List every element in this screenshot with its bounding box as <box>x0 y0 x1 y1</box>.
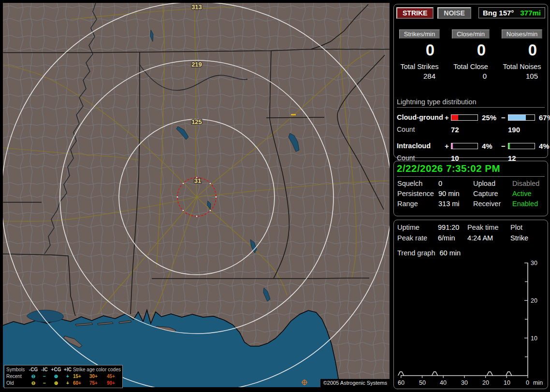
receiver-status: Enabled <box>512 200 546 208</box>
trend-graph-value: 60 min <box>439 249 461 257</box>
trend-series <box>398 372 512 376</box>
ring-label-313: 313 <box>191 3 202 11</box>
y-ticks <box>524 263 528 357</box>
upload-status: Disabled <box>512 180 546 187</box>
cg-count-label: Count <box>397 123 445 136</box>
upload-label: Upload <box>473 180 512 187</box>
ic-negative-pct: 4% <box>536 142 550 150</box>
clock-settings-box: 2/22/2026 7:35:02 PM Squelch 0 Upload Di… <box>393 161 548 216</box>
total-strikes-label: Total Strikes <box>396 63 443 70</box>
cloud-ground-label: Cloud-ground <box>397 112 445 123</box>
age-code-15: 15+ <box>73 373 89 380</box>
x-tick-60: 60 <box>398 379 405 386</box>
legend-symbols-header: Symbols <box>6 366 28 373</box>
capture-status: Active <box>512 190 546 197</box>
age-code-75: 75+ <box>89 380 107 387</box>
legend-col-neg-cg: -CG <box>28 366 39 373</box>
squelch-label: Squelch <box>397 180 438 187</box>
symbols-legend: Symbols -CG -IC +CG +IC Strike age color… <box>4 365 123 388</box>
legend-row-old-label: Old <box>6 380 28 387</box>
recent-neg-ic-icon: − <box>39 373 50 380</box>
ring-label-125: 125 <box>191 118 202 126</box>
map-canvas[interactable]: 313 219 125 31 Symbols -CG -IC +CG +IC S… <box>3 3 390 387</box>
close-per-min-value: 0 <box>447 42 494 59</box>
datetime-display: 2/22/2026 7:35:02 PM <box>397 163 545 177</box>
old-neg-cg-icon: ⊖ <box>28 380 39 387</box>
persistence-label: Persistence <box>397 190 438 197</box>
bearing-distance: 377mi <box>520 9 541 17</box>
recent-pos-ic-icon: + <box>62 373 73 380</box>
ic-minus-sign: − <box>501 142 508 150</box>
strikes-per-min-button[interactable]: Strikes/min <box>399 29 440 39</box>
total-noises-label: Total Noises <box>498 63 546 70</box>
legend-row-recent-label: Recent <box>6 373 28 380</box>
cg-positive-bar <box>451 114 478 121</box>
peak-rate-value: 6/min <box>438 234 467 242</box>
ring-label-31: 31 <box>194 177 201 184</box>
old-pos-cg-icon: ⊕ <box>50 380 62 387</box>
peak-time-value: 4:24 AM <box>467 234 510 242</box>
ic-positive-bar <box>451 143 478 149</box>
intracloud-label: Intracloud <box>397 140 445 152</box>
range-label: Range <box>397 200 438 208</box>
ic-negative-bar <box>508 143 535 149</box>
bearing-value: Bng 157° <box>483 9 514 17</box>
side-panel: STRIKE NOISE Bng 157° 377mi Strikes/min … <box>392 0 550 392</box>
receiver-label: Receiver <box>473 200 512 208</box>
cg-positive-count: 72 <box>451 126 479 134</box>
total-close-label: Total Close <box>447 63 494 70</box>
ring-label-219: 219 <box>191 61 202 68</box>
x-tick-50: 50 <box>419 379 426 386</box>
bearing-display: Bng 157° 377mi <box>478 7 545 18</box>
total-close-value: 0 <box>447 72 494 80</box>
status-trend-box: Uptime 991:20 Peak time Plot Peak rate 6… <box>393 220 548 389</box>
uptime-value: 991:20 <box>438 224 467 231</box>
x-tick-30: 30 <box>461 379 468 386</box>
age-code-45: 45+ <box>107 373 123 380</box>
age-code-30: 30+ <box>89 373 107 380</box>
age-code-90: 90+ <box>107 380 123 387</box>
noise-mode-button[interactable]: NOISE <box>437 7 471 19</box>
x-tick-10: 10 <box>504 379 510 386</box>
x-tick-40: 40 <box>440 379 447 386</box>
ic-plus-sign: + <box>445 142 451 150</box>
map-graphic: 313 219 125 31 <box>3 3 390 387</box>
squelch-value: 0 <box>438 180 473 187</box>
close-per-min-button[interactable]: Close/min <box>452 29 490 39</box>
y-tick-20: 20 <box>531 297 537 304</box>
y-tick-10: 10 <box>531 335 537 342</box>
old-pos-ic-icon: + <box>62 380 73 387</box>
persistence-value: 90 min <box>438 190 473 197</box>
plot-label: Plot <box>510 224 546 231</box>
x-axis-unit: min <box>533 379 543 386</box>
trend-graph-label: Trend graph <box>397 249 435 257</box>
x-tick-0: 0 <box>526 379 529 386</box>
recent-neg-cg-icon: ⊖ <box>28 373 39 380</box>
strike-symbol-neg-ic-icon <box>291 114 296 115</box>
cg-positive-pct: 25% <box>479 113 501 122</box>
trend-graph: 30 20 10 60 50 40 30 20 10 0 min <box>394 259 548 387</box>
copyright-text: ©2005 Astrogenic Systems <box>320 379 390 387</box>
total-noises-value: 105 <box>498 72 546 80</box>
noises-per-min-value: 0 <box>498 42 546 59</box>
legend-col-neg-ic: -IC <box>39 366 50 373</box>
range-value: 313 mi <box>438 200 473 208</box>
legend-col-pos-ic: +IC <box>62 366 73 373</box>
legend-age-header: Strike age color codes <box>73 366 123 373</box>
ic-positive-pct: 4% <box>479 142 501 150</box>
uptime-label: Uptime <box>397 224 438 231</box>
noises-per-min-button[interactable]: Noises/min <box>502 29 542 39</box>
cg-negative-count: 190 <box>508 126 536 134</box>
legend-col-pos-cg: +CG <box>50 366 62 373</box>
plot-value: Strike <box>510 234 546 242</box>
old-neg-ic-icon: − <box>39 380 50 387</box>
distribution-title: Lightning type distribution <box>397 98 545 108</box>
cg-plus-sign: + <box>445 113 451 122</box>
cg-minus-sign: − <box>501 113 508 122</box>
strike-mode-button[interactable]: STRIKE <box>396 7 434 19</box>
strikes-per-min-value: 0 <box>396 42 443 59</box>
recent-pos-cg-icon: ⊕ <box>50 373 62 380</box>
age-code-60: 60+ <box>73 380 89 387</box>
capture-label: Capture <box>473 190 512 197</box>
cg-negative-pct: 67% <box>536 113 550 122</box>
